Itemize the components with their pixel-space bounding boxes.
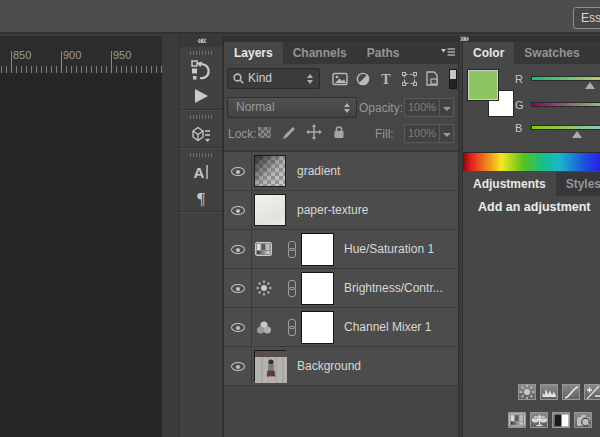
channel-g-label: G	[515, 99, 524, 111]
filter-pixel-layer-icon[interactable]	[332, 70, 348, 87]
fill-value[interactable]: 100%	[404, 124, 440, 143]
eye-icon[interactable]	[231, 362, 245, 371]
layer-thumbnail[interactable]	[254, 350, 286, 382]
right-dock: »» ColorSwatches RGB AdjustmentsStyles A…	[462, 36, 600, 437]
panel-menu-icon[interactable]	[441, 48, 455, 56]
filter-shape-layer-icon[interactable]	[401, 70, 417, 87]
add-adjustment-heading: Add an adjustment	[478, 200, 591, 214]
adjustment-photo-filter-icon[interactable]	[574, 412, 592, 428]
foreground-color-swatch[interactable]	[468, 70, 498, 100]
eye-icon[interactable]	[231, 323, 245, 332]
layer-name[interactable]: gradient	[297, 164, 340, 178]
tab-paths[interactable]: Paths	[357, 42, 410, 64]
adjustment-hue-saturation-icon[interactable]	[508, 412, 526, 428]
adjustment-black-white-icon[interactable]	[552, 412, 570, 428]
paragraph-panel-button[interactable]: ¶	[180, 185, 222, 211]
lock-position-icon[interactable]	[306, 124, 322, 140]
layer-mask-thumbnail[interactable]	[301, 311, 334, 344]
channel-g-slider[interactable]	[531, 102, 600, 107]
channel-b-slider-thumb[interactable]	[572, 131, 582, 138]
channel-b-slider[interactable]	[531, 125, 600, 130]
layers-tabbar: LayersChannelsPaths	[224, 42, 458, 64]
tab-swatches[interactable]: Swatches	[514, 42, 589, 64]
horizontal-ruler: 850900950	[0, 36, 162, 73]
expand-panels-button[interactable]: ««	[180, 36, 222, 47]
opacity-value[interactable]: 100%	[404, 98, 440, 117]
eye-icon[interactable]	[231, 167, 245, 176]
tab-layers[interactable]: Layers	[224, 42, 283, 64]
filter-smart-object-icon[interactable]	[424, 70, 440, 87]
layer-thumbnail[interactable]	[254, 194, 286, 226]
layer-thumbnail[interactable]	[254, 155, 286, 187]
options-bar: Ess	[0, 0, 600, 34]
opacity-dropdown-arrow[interactable]	[440, 98, 454, 117]
panel-group-gripper[interactable]	[190, 51, 212, 55]
layer-mask-thumbnail[interactable]	[301, 233, 334, 266]
layer-list-empty-area	[224, 386, 458, 437]
history-panel-button[interactable]	[180, 57, 222, 83]
lock-paint-icon[interactable]	[281, 124, 297, 140]
ruler-tick-label: 850	[13, 49, 31, 61]
layer-row[interactable]: Hue/Saturation 1	[224, 230, 458, 269]
channel-r-slider-thumb[interactable]	[585, 82, 595, 89]
color-tabbar: ColorSwatches	[463, 42, 600, 64]
opacity-label: Opacity:	[359, 101, 403, 115]
tab-styles[interactable]: Styles	[556, 172, 600, 196]
character-panel-button[interactable]: A	[180, 159, 222, 185]
eye-icon[interactable]	[231, 284, 245, 293]
channel-r-slider[interactable]	[531, 76, 600, 81]
panel-group-gripper[interactable]	[190, 153, 212, 157]
layer-visibility-cell[interactable]	[224, 191, 252, 229]
fill-dropdown-arrow[interactable]	[440, 124, 454, 143]
ruler-minor-ticks	[1, 66, 162, 73]
layer-filter-toggle[interactable]	[449, 69, 457, 89]
layer-visibility-cell[interactable]	[224, 347, 252, 385]
adjustment-brightness-contrast-icon[interactable]	[518, 384, 536, 400]
tab-channels[interactable]: Channels	[283, 42, 357, 64]
channel-r-label: R	[515, 73, 523, 85]
eye-icon[interactable]	[231, 206, 245, 215]
adjustment-curves-icon[interactable]	[562, 384, 580, 400]
layer-name[interactable]: Background	[297, 359, 361, 373]
divider	[180, 109, 222, 111]
adjustment-levels-icon[interactable]	[540, 384, 558, 400]
layer-name[interactable]: Brightness/Contr...	[344, 281, 443, 295]
adjustment-exposure-icon[interactable]	[584, 384, 600, 400]
tab-adjustments[interactable]: Adjustments	[463, 172, 556, 196]
filter-adjustment-layer-icon[interactable]	[355, 70, 371, 87]
document-canvas[interactable]: 850900950	[0, 36, 162, 437]
layer-row[interactable]: paper-texture	[224, 191, 458, 230]
layer-filter-kind-dropdown[interactable]: Kind	[227, 68, 320, 89]
hue-saturation-icon	[254, 241, 273, 257]
ruler-major-tick	[61, 51, 62, 73]
ruler-tick-label: 950	[113, 49, 131, 61]
lock-transparency-icon[interactable]	[256, 124, 272, 140]
eye-icon[interactable]	[231, 245, 245, 254]
tab-color[interactable]: Color	[463, 42, 514, 64]
layer-visibility-cell[interactable]	[224, 152, 252, 190]
actions-panel-button[interactable]	[180, 83, 222, 109]
lock-all-icon[interactable]	[331, 124, 347, 140]
3d-panel-button[interactable]	[180, 121, 222, 147]
layer-row[interactable]: gradient	[224, 152, 458, 191]
layer-row[interactable]: Brightness/Contr...	[224, 269, 458, 308]
link-mask-icon	[287, 280, 295, 297]
workspace-switcher-button[interactable]: Ess	[573, 7, 600, 29]
layer-name[interactable]: paper-texture	[297, 203, 368, 217]
panel-group-gripper[interactable]	[190, 115, 212, 119]
blend-mode-dropdown[interactable]: Normal	[227, 97, 357, 118]
collapsed-panel-strip: «« A¶	[179, 36, 223, 437]
layer-visibility-cell[interactable]	[224, 308, 252, 346]
filter-type-layer-icon[interactable]: T	[378, 70, 394, 87]
layer-row[interactable]: Background	[224, 347, 458, 386]
layer-name[interactable]: Channel Mixer 1	[344, 320, 431, 334]
color-spectrum-ramp[interactable]	[463, 152, 600, 171]
layer-mask-thumbnail[interactable]	[301, 272, 334, 305]
layer-visibility-cell[interactable]	[224, 269, 252, 307]
divider	[180, 147, 222, 149]
layer-visibility-cell[interactable]	[224, 230, 252, 268]
layer-row[interactable]: Channel Mixer 1	[224, 308, 458, 347]
layers-panel: LayersChannelsPaths Kind T Normal Opacit…	[223, 36, 459, 437]
adjustment-color-balance-icon[interactable]	[530, 412, 548, 428]
layer-name[interactable]: Hue/Saturation 1	[344, 242, 434, 256]
